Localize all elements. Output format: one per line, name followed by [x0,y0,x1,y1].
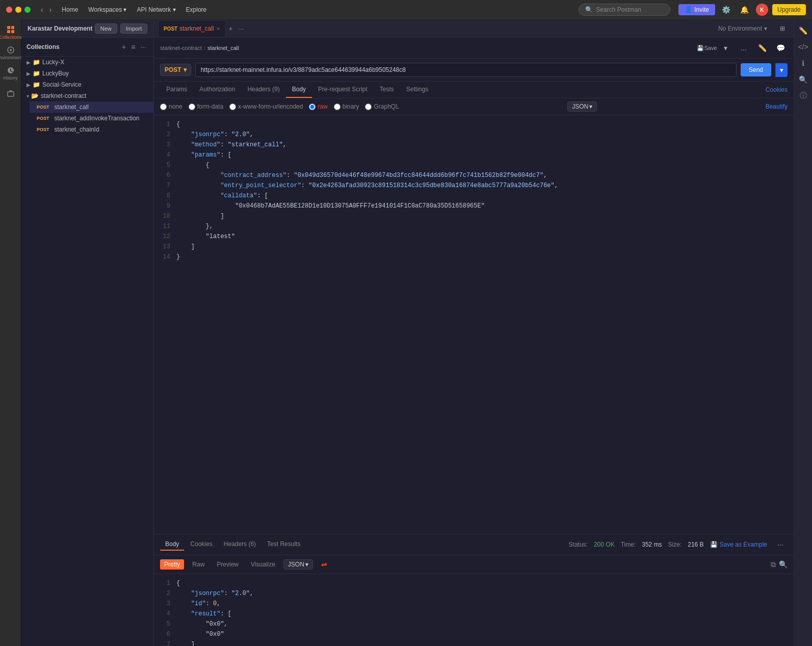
invite-button[interactable]: 👤 Invite [678,4,715,15]
tab-prerequest[interactable]: Pre-request Script [312,82,374,98]
new-button[interactable]: New [95,23,117,34]
tab-authorization[interactable]: Authorization [193,82,241,98]
send-label: Send [749,66,763,73]
resp-tab-test-results[interactable]: Test Results [262,538,305,551]
response-body-editor[interactable]: 1{2 "jsonrpc": "2.0",3 "id": 0,4 "result… [154,574,794,646]
body-url-encoded-option[interactable]: x-www-form-urlencoded [229,103,303,110]
back-button[interactable]: ‹ [39,5,45,15]
workspace-actions: New Import [95,23,147,34]
body-none-option[interactable]: none [160,103,182,110]
breadcrumb-parent: starknet-contract [160,45,202,51]
folder-icon: 📁 [33,70,40,77]
code-line: 3 "method": "starknet_call", [154,140,794,150]
starknet-contract-label: starknet-contract [41,92,86,99]
tab-headers[interactable]: Headers (9) [241,82,285,98]
minimize-button[interactable] [15,7,21,13]
avatar[interactable]: K [756,4,768,16]
panel-header-actions: + ≡ ··· [120,42,148,52]
view-docs-button[interactable]: 💬 [773,41,788,55]
fmt-raw[interactable]: Raw [188,559,208,570]
right-search-button[interactable]: 🔍 [796,72,810,87]
grid-view-button[interactable]: ⊞ [775,21,790,36]
tree-starknet-contract[interactable]: ▾ 📂 starknet-contract [21,90,153,101]
body-raw-radio[interactable] [309,104,316,110]
filter-collection-button[interactable]: ≡ [129,42,137,52]
body-raw-option[interactable]: raw [309,103,327,110]
maximize-button[interactable] [24,7,31,13]
right-info-button[interactable]: ℹ [796,56,810,70]
json-type-selector[interactable]: JSON ▾ [567,101,597,112]
body-binary-radio[interactable] [334,104,340,110]
add-collection-button[interactable]: + [120,42,128,52]
nav-explore[interactable]: Explore [186,6,207,13]
save-example-button[interactable]: 💾 Save as Example [710,541,767,548]
body-form-data-radio[interactable] [189,104,195,110]
tree-starknet-call[interactable]: POST starknet_call [30,101,153,113]
import-button[interactable]: Import [120,23,147,34]
tree-lucky-x[interactable]: ▶ 📁 Lucky-X [21,57,153,68]
right-edit-button[interactable]: ✏️ [796,23,810,38]
close-button[interactable] [6,7,12,13]
beautify-button[interactable]: Beautify [766,103,788,110]
settings-icon-button[interactable]: ⚙️ [719,3,734,17]
json-format-selector[interactable]: JSON ▾ [283,559,313,570]
more-options-button[interactable]: ... [737,41,751,55]
method-select[interactable]: POST ▾ [160,64,191,76]
edit-docs-button[interactable]: ✏️ [755,41,769,55]
nav-workspaces[interactable]: Workspaces ▾ [88,6,126,13]
folder-icon: 📁 [33,59,40,66]
environment-selector[interactable]: No Environment ▾ [714,23,771,34]
body-binary-option[interactable]: binary [334,103,359,110]
tree-social-service[interactable]: ▶ 📁 Social-Service [21,79,153,90]
fmt-pretty[interactable]: Pretty [160,559,184,570]
add-tab-button[interactable]: + [227,23,235,34]
body-none-radio[interactable] [160,104,167,110]
more-collection-button[interactable]: ··· [138,42,148,52]
right-code-button[interactable]: </> [796,40,810,54]
body-graphql-option[interactable]: GraphQL [365,103,399,110]
forward-button[interactable]: › [47,5,54,15]
right-info2-button[interactable]: ⓘ [796,89,810,103]
body-graphql-radio[interactable] [365,104,372,110]
resp-tab-cookies[interactable]: Cookies [185,538,217,551]
more-tabs-button[interactable]: ··· [236,23,246,34]
body-url-encoded-radio[interactable] [229,104,236,110]
filter-response-button[interactable]: ⇌ [317,557,331,572]
fmt-preview[interactable]: Preview [213,559,243,570]
tree-starknet-add-invoke[interactable]: POST starknet_addInvokeTransaction [30,113,153,124]
search-bar[interactable]: 🔍 Search Postman [579,4,670,16]
notification-icon-button[interactable]: 🔔 [738,3,752,17]
nav-api-network[interactable]: API Network ▾ [137,6,176,13]
fmt-visualize[interactable]: Visualize [247,559,279,570]
tab-body[interactable]: Body [286,82,312,98]
tab-settings[interactable]: Settings [400,82,434,98]
sidebar-mock-button[interactable] [2,85,20,103]
more-response-options[interactable]: ··· [773,537,788,552]
sidebar-collections-button[interactable]: Collections [2,23,20,42]
sidebar-icons: Collections Environments History [0,19,21,646]
tab-params[interactable]: Params [160,82,193,98]
tab-tests[interactable]: Tests [374,82,400,98]
code-line: 11 }, [154,221,794,231]
tab-starknet-call[interactable]: POST starknet_call ✕ [158,20,226,37]
right-sidebar: ✏️ </> ℹ 🔍 ⓘ [794,19,812,646]
resp-tab-headers[interactable]: Headers (6) [219,538,261,551]
body-form-data-option[interactable]: form-data [189,103,223,110]
sidebar-environments-button[interactable]: Environments [2,44,20,62]
send-dropdown-button[interactable]: ▾ [775,63,788,77]
save-dropdown-button[interactable]: ▾ [718,41,732,55]
tab-close-icon[interactable]: ✕ [216,26,220,32]
url-input[interactable] [195,63,737,77]
upgrade-button[interactable]: Upgrade [772,4,806,15]
nav-home[interactable]: Home [62,6,78,13]
copy-response-button[interactable]: ⧉ [771,560,776,569]
cookies-link[interactable]: Cookies [766,86,788,93]
search-response-button[interactable]: 🔍 [779,560,788,569]
tree-luckybuy[interactable]: ▶ 📁 LuckyBuy [21,68,153,79]
save-request-button[interactable]: 💾 Save [700,41,714,55]
sidebar-history-button[interactable]: History [2,64,20,83]
tree-starknet-chainid[interactable]: POST starknet_chainId [30,124,153,135]
resp-tab-body[interactable]: Body [160,538,184,551]
code-editor-request[interactable]: 1{2 "jsonrpc": "2.0",3 "method": "starkn… [154,115,794,534]
send-button[interactable]: Send [741,63,771,76]
